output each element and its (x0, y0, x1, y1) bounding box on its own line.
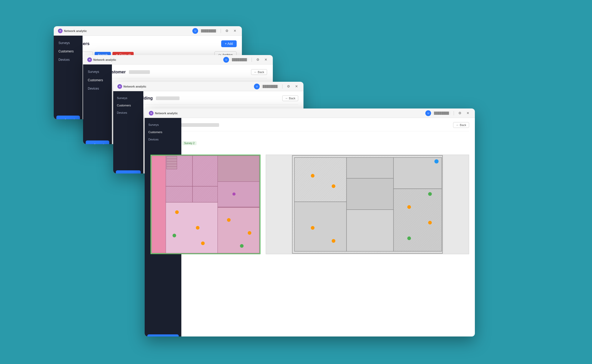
settings-icon-w3[interactable]: ⚙ (286, 84, 291, 89)
svg-rect-33 (346, 210, 393, 251)
view-header-w2: 📍 View customer ← Back (89, 69, 267, 78)
logout-label-w3: Logout (126, 173, 134, 173)
divider-w2 (252, 58, 252, 62)
customer-name-blurred-w2 (129, 70, 150, 74)
app-logo-w1: N Network analytic (58, 29, 87, 33)
sidebar-item-devices-w4[interactable]: Devices (145, 136, 181, 143)
customers-label-w3: Customers (117, 104, 131, 107)
svg-point-40 (407, 205, 411, 209)
back-button-w2[interactable]: ← Back (251, 69, 267, 75)
app-logo-w4: N Network analytic (149, 111, 178, 116)
logout-label-w2: Logout (94, 143, 104, 144)
settings-icon-w4[interactable]: ⚙ (457, 110, 463, 116)
user-name-w4: ████████ (432, 111, 450, 115)
svg-point-39 (332, 239, 335, 243)
surveys-label-w4: Surveys (148, 123, 159, 126)
customers-label-w2: Customers (88, 78, 103, 82)
user-info-w2: U ████████ (223, 57, 248, 63)
back-button-w3[interactable]: ← Back (282, 95, 298, 101)
titlebar-w3: N Network analytic U ████████ ⚙ ✕ (113, 82, 303, 91)
logout-label-w1: Logout (65, 118, 75, 119)
titlebar-w1: N Network analytic U ████████ ⚙ ✕ (54, 26, 242, 36)
sidebar-w1: Surveys Customers Devices ⎋ Logout (54, 36, 83, 119)
floor-info-w4: Name: Ground Surveys: Survey 1 Survey 2 (150, 136, 469, 145)
add-button-w1[interactable]: + Add (221, 40, 237, 47)
svg-point-43 (428, 192, 432, 196)
svg-point-16 (172, 234, 176, 237)
logout-button-w2[interactable]: ⎋ Logout (86, 140, 109, 144)
svg-rect-3 (166, 202, 218, 253)
sidebar-nav-w1: Surveys Customers Devices (54, 36, 83, 113)
sidebar-item-devices-w1[interactable]: Devices (54, 56, 83, 64)
devices-label-w3: Devices (117, 111, 127, 114)
titlebar-controls-w1: U ████████ ⚙ ✕ (192, 28, 238, 34)
floor-plan-svg-left (151, 155, 260, 254)
svg-point-11 (175, 210, 179, 214)
window-view-floor: N Network analytic U ████████ ⚙ ✕ Survey… (145, 108, 475, 336)
sidebar-item-surveys-w3[interactable]: Surveys (113, 94, 143, 102)
customers-label-w4: Customers (148, 131, 162, 134)
settings-icon-w1[interactable]: ⚙ (224, 28, 230, 34)
sidebar-item-customers-w1[interactable]: Customers (54, 47, 83, 56)
sidebar-item-customers-w2[interactable]: Customers (83, 76, 112, 84)
floor-name-row: Name: Ground (150, 136, 469, 140)
svg-point-42 (407, 236, 411, 240)
logo-icon-w3: N (117, 84, 122, 89)
user-avatar-w1: U (192, 28, 198, 34)
logout-button-w4[interactable]: ⎋ Logout (147, 334, 179, 336)
svg-rect-6 (218, 208, 259, 253)
user-info-w1: U ████████ (192, 28, 218, 34)
floor-plan-container (150, 155, 469, 254)
devices-label-w2: Devices (88, 87, 99, 90)
close-icon-w2[interactable]: ✕ (263, 57, 269, 63)
user-avatar-w4: U (425, 110, 431, 116)
content-w4: ▪ View floor ← Back Name: Ground Surveys… (145, 118, 475, 336)
logo-icon-w1: N (58, 29, 63, 33)
divider-w3 (282, 84, 283, 89)
logo-icon-w4: N (149, 111, 154, 116)
logout-button-w1[interactable]: ⎋ Logout (56, 116, 80, 119)
user-name-w1: ████████ (199, 29, 218, 32)
user-name-w3: ████████ (261, 85, 279, 88)
sidebar-item-devices-w3[interactable]: Devices (113, 109, 143, 116)
app-name-w4: Network analytic (155, 112, 178, 115)
devices-label-w4: Devices (148, 138, 159, 141)
app-name-w2: Network analytic (93, 58, 116, 61)
svg-point-38 (311, 226, 314, 230)
sidebar-item-customers-w4[interactable]: Customers (145, 128, 181, 136)
surveys-label-w2: Surveys (88, 70, 99, 74)
app-logo-w3: N Network analytic (117, 84, 146, 89)
building-name-blurred-w3 (156, 96, 180, 100)
sidebar-item-surveys-w1[interactable]: Surveys (54, 39, 83, 47)
svg-rect-30 (294, 202, 346, 251)
sidebar-item-customers-w3[interactable]: Customers (113, 102, 143, 109)
sidebar-item-surveys-w4[interactable]: Surveys (145, 121, 181, 128)
user-avatar-w3: U (254, 84, 260, 89)
app-name-w3: Network analytic (123, 85, 146, 88)
app-name-w1: Network analytic (64, 29, 87, 32)
sidebar-item-surveys-w2[interactable]: Surveys (83, 68, 112, 76)
svg-rect-31 (346, 178, 393, 210)
settings-icon-w2[interactable]: ⚙ (255, 57, 261, 63)
titlebar-w2: N Network analytic U ████████ ⚙ ✕ (83, 55, 273, 64)
titlebar-controls-w4: U ████████ ⚙ ✕ (425, 110, 471, 116)
view-header-w4: ▪ View floor ← Back (150, 122, 469, 131)
back-button-w4[interactable]: ← Back (453, 122, 469, 128)
svg-rect-29 (393, 157, 442, 189)
svg-point-17 (240, 244, 244, 248)
svg-point-12 (196, 226, 199, 230)
logout-button-w3[interactable]: ⎋ Logout (116, 170, 141, 173)
svg-rect-5 (218, 182, 259, 208)
close-icon-w3[interactable]: ✕ (294, 84, 299, 89)
sidebar-w3: Surveys Customers Devices ⎋ Logout (113, 91, 143, 173)
sidebar-item-devices-w2[interactable]: Devices (83, 84, 112, 93)
sidebar-w2: Surveys Customers Devices ⎋ Logout (83, 64, 112, 144)
svg-point-15 (248, 231, 251, 235)
close-icon-w4[interactable]: ✕ (465, 110, 471, 116)
customers-label-w1: Customers (58, 50, 74, 53)
floor-plan-left (150, 155, 260, 254)
divider-w4 (454, 111, 454, 115)
close-icon-w1[interactable]: ✕ (232, 28, 238, 34)
svg-point-36 (311, 174, 314, 178)
surveys-label-w3: Surveys (117, 96, 127, 100)
